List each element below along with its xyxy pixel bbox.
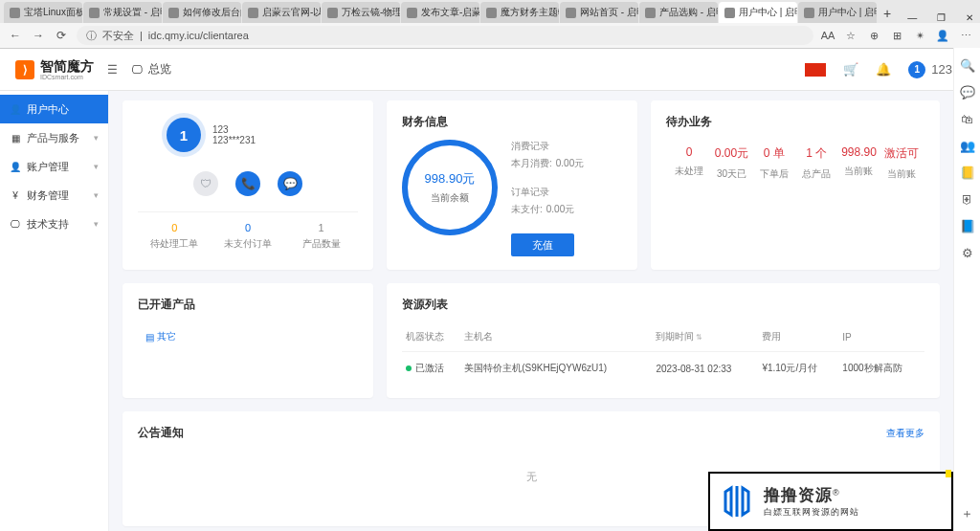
- new-tab-button[interactable]: +: [878, 4, 897, 23]
- nav-account[interactable]: 👤账户管理▾: [0, 152, 108, 181]
- tab-row: 宝塔Linux面板× 常规设置 - 启明× 如何修改后台的× 启蒙云官网-以IT…: [0, 0, 980, 23]
- search-icon[interactable]: 🔍: [960, 57, 975, 73]
- spend-value: 0.00元: [556, 157, 584, 170]
- main-wrap: 👤用户中心 ▦产品与服务▾ 👤账户管理▾ ¥财务管理▾ 🖵技术支持▾ 1 123…: [0, 91, 953, 531]
- app-shell: 👤用户中心 ▦产品与服务▾ 👤账户管理▾ ¥财务管理▾ 🖵技术支持▾ 1 123…: [0, 91, 980, 531]
- support-icon: 🖵: [10, 218, 21, 230]
- favicon: [10, 8, 20, 18]
- more-icon[interactable]: ⋯: [959, 29, 972, 42]
- shopping-icon[interactable]: 🛍: [960, 111, 975, 126]
- user-icon: 👤: [10, 103, 21, 115]
- refresh-button[interactable]: ⟳: [54, 29, 69, 42]
- apps-icon[interactable]: ⊞: [890, 29, 903, 42]
- notebook-icon[interactable]: 📒: [960, 165, 975, 180]
- gear-icon[interactable]: ⚙: [960, 245, 975, 260]
- minimize-button[interactable]: —: [898, 12, 926, 23]
- todo-item[interactable]: 激活可当前账: [880, 145, 923, 181]
- grid-icon: ▤: [145, 332, 154, 343]
- brand-name: 智简魔方: [40, 58, 94, 74]
- other-category[interactable]: ▤其它: [142, 328, 180, 345]
- topbar-right: 🛒 🔔 1 123 ▾: [805, 61, 965, 78]
- tab[interactable]: 发布文章-启蒙×: [401, 2, 479, 23]
- tab[interactable]: 如何修改后台的×: [163, 2, 241, 23]
- bell-icon[interactable]: 🔔: [876, 62, 891, 77]
- stat-products[interactable]: 1产品数量: [284, 222, 358, 251]
- profile-phone: 123***231: [212, 135, 256, 145]
- tab[interactable]: 万检云镜-物理服×: [322, 2, 400, 23]
- logo[interactable]: ⟩ 智简魔方IDCsmart.com: [15, 58, 94, 80]
- close-window-button[interactable]: ✕: [955, 12, 980, 23]
- profile-card: 1 123 123***231 🛡 📞 💬 0待处理工单 0未支付订单 1产品数…: [122, 100, 373, 270]
- shield-icon[interactable]: ⛨: [960, 191, 975, 207]
- info-icon[interactable]: ⓘ: [86, 29, 97, 43]
- tab[interactable]: 启蒙云官网-以IT×: [242, 2, 321, 23]
- chat-icon[interactable]: 💬: [960, 84, 975, 100]
- edge-sidebar: 🔍 💬 🛍 👥 📒 ⛨ 📘 ⚙ ＋: [953, 48, 980, 531]
- spend-title: 消费记录: [511, 140, 584, 153]
- app-topbar: ⟩ 智简魔方IDCsmart.com ☰ 🖵总览 🛒 🔔 1 123 ▾: [0, 49, 980, 91]
- tab[interactable]: 魔方财务主题特×: [480, 2, 559, 23]
- add-icon[interactable]: ＋: [960, 506, 975, 521]
- cart-icon[interactable]: 🛒: [843, 62, 858, 77]
- todo-item[interactable]: 1 个总产品: [795, 145, 837, 181]
- favicon: [724, 8, 735, 18]
- todo-title: 待办业务: [666, 114, 924, 130]
- text-size-icon[interactable]: AA: [821, 29, 835, 42]
- maximize-button[interactable]: ❐: [926, 12, 955, 23]
- back-button[interactable]: ←: [8, 29, 23, 42]
- nav-support[interactable]: 🖵技术支持▾: [0, 210, 108, 238]
- favicon: [407, 8, 417, 18]
- todo-item[interactable]: 998.90当前账: [837, 145, 880, 181]
- view-more-link[interactable]: 查看更多: [886, 427, 924, 440]
- tab[interactable]: 用户中心 | 启明×: [798, 2, 877, 23]
- content-area: 1 123 123***231 🛡 📞 💬 0待处理工单 0未支付订单 1产品数…: [109, 91, 953, 531]
- tab-active[interactable]: 用户中心 | 启明×: [719, 2, 797, 23]
- tab[interactable]: 网站首页 - 启明×: [560, 2, 638, 23]
- todo-item[interactable]: 0 单下单后: [753, 145, 795, 181]
- profile-icon[interactable]: 👤: [936, 29, 949, 42]
- col-host: 主机名: [460, 322, 652, 352]
- watermark: 撸撸资源® 白嫖互联网资源的网站: [708, 472, 953, 531]
- grid-icon: ▦: [10, 132, 21, 144]
- chevron-down-icon: ▾: [94, 133, 99, 143]
- todo-item[interactable]: 0.00元30天已: [710, 145, 752, 181]
- stat-tickets[interactable]: 0待处理工单: [138, 222, 212, 251]
- tab[interactable]: 产品选购 - 启明×: [639, 2, 718, 23]
- favicon: [804, 8, 814, 18]
- finance-icon: ¥: [10, 189, 21, 201]
- book-icon[interactable]: 📘: [960, 218, 975, 233]
- resource-title: 资源列表: [402, 297, 924, 313]
- phone-icon[interactable]: 📞: [235, 171, 260, 196]
- nav-products[interactable]: ▦产品与服务▾: [0, 123, 108, 152]
- todo-item[interactable]: 0未处理: [668, 145, 710, 181]
- menu-toggle-icon[interactable]: ☰: [107, 63, 118, 77]
- nav-user-center[interactable]: 👤用户中心: [0, 95, 108, 123]
- stat-unpaid[interactable]: 0未支付订单: [212, 222, 285, 251]
- col-expire[interactable]: 到期时间⇅: [652, 322, 758, 352]
- address-right-controls: AA ☆ ⊕ ⊞ ✴ 👤 ⋯: [821, 29, 972, 42]
- table-row[interactable]: 已激活 美国特价主机(S9KHEjQYW6zU1) 2023-08-31 02:…: [402, 352, 924, 386]
- language-flag[interactable]: [805, 63, 826, 77]
- account-icon: 👤: [10, 161, 21, 172]
- avatar: 1: [908, 61, 925, 78]
- tab[interactable]: 宝塔Linux面板×: [4, 2, 82, 23]
- opened-title: 已开通产品: [138, 297, 358, 313]
- avatar-large: 1: [167, 118, 201, 152]
- shield-icon[interactable]: 🛡: [193, 171, 218, 196]
- status-dot: [406, 365, 412, 371]
- forward-button[interactable]: →: [31, 29, 46, 42]
- tab[interactable]: 常规设置 - 启明×: [83, 2, 162, 23]
- favicon: [168, 8, 179, 18]
- nav-finance[interactable]: ¥财务管理▾: [0, 181, 108, 210]
- extensions-icon[interactable]: ✴: [913, 29, 926, 42]
- recharge-button[interactable]: 充值: [511, 233, 574, 256]
- notice-title: 公告通知: [138, 425, 184, 441]
- people-icon[interactable]: 👥: [960, 138, 975, 153]
- address-bar[interactable]: ⓘ 不安全 | idc.qmy.icu/clientarea: [77, 26, 813, 45]
- logo-icon: ⟩: [15, 60, 34, 79]
- col-status: 机器状态: [402, 322, 460, 352]
- message-icon[interactable]: 💬: [278, 171, 302, 196]
- overview-link[interactable]: 🖵总览: [131, 61, 171, 77]
- favorite-icon[interactable]: ☆: [844, 29, 858, 42]
- collections-icon[interactable]: ⊕: [867, 29, 880, 42]
